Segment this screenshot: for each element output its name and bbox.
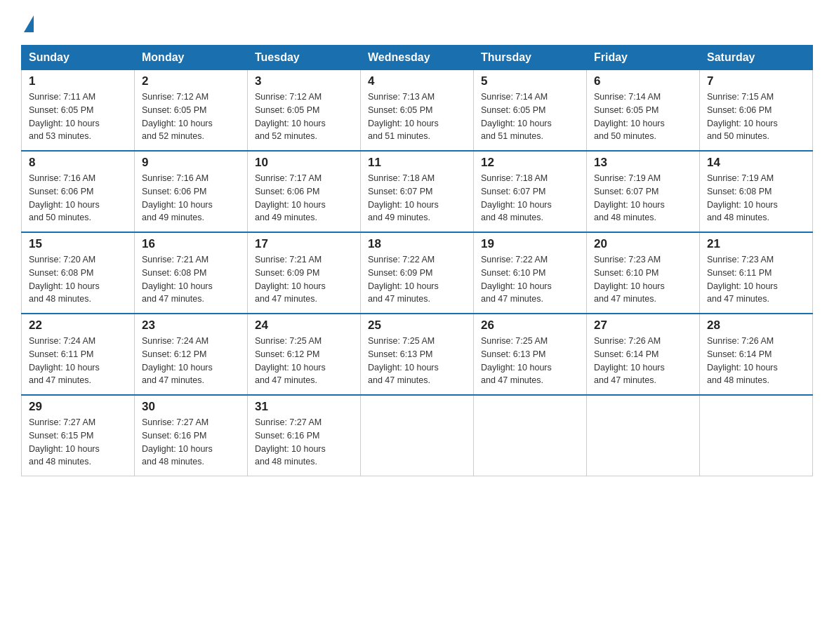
day-info: Sunrise: 7:24 AM Sunset: 6:12 PM Dayligh… xyxy=(142,335,240,387)
day-info: Sunrise: 7:23 AM Sunset: 6:11 PM Dayligh… xyxy=(707,253,805,306)
calendar-cell: 5 Sunrise: 7:14 AM Sunset: 6:05 PM Dayli… xyxy=(474,70,587,152)
day-number: 8 xyxy=(29,156,127,170)
day-number: 9 xyxy=(142,156,240,170)
page-header xyxy=(21,14,813,31)
day-number: 18 xyxy=(368,237,466,251)
day-number: 13 xyxy=(594,156,692,170)
calendar-cell: 22 Sunrise: 7:24 AM Sunset: 6:11 PM Dayl… xyxy=(22,314,135,395)
calendar-cell: 19 Sunrise: 7:22 AM Sunset: 6:10 PM Dayl… xyxy=(474,232,587,314)
calendar-cell: 16 Sunrise: 7:21 AM Sunset: 6:08 PM Dayl… xyxy=(135,232,248,314)
calendar-cell: 25 Sunrise: 7:25 AM Sunset: 6:13 PM Dayl… xyxy=(361,314,474,395)
day-number: 3 xyxy=(255,74,353,88)
calendar-week-row: 22 Sunrise: 7:24 AM Sunset: 6:11 PM Dayl… xyxy=(22,314,813,395)
day-number: 29 xyxy=(29,400,127,414)
day-number: 6 xyxy=(594,74,692,88)
day-number: 12 xyxy=(481,156,579,170)
calendar-cell: 24 Sunrise: 7:25 AM Sunset: 6:12 PM Dayl… xyxy=(248,314,361,395)
day-number: 16 xyxy=(142,237,240,251)
calendar-cell xyxy=(361,395,474,476)
day-info: Sunrise: 7:13 AM Sunset: 6:05 PM Dayligh… xyxy=(368,90,466,143)
calendar-cell: 6 Sunrise: 7:14 AM Sunset: 6:05 PM Dayli… xyxy=(587,70,700,152)
day-info: Sunrise: 7:19 AM Sunset: 6:08 PM Dayligh… xyxy=(707,172,805,224)
day-number: 21 xyxy=(707,237,805,251)
calendar-table: SundayMondayTuesdayWednesdayThursdayFrid… xyxy=(21,45,813,476)
day-info: Sunrise: 7:12 AM Sunset: 6:05 PM Dayligh… xyxy=(142,90,240,143)
calendar-cell: 1 Sunrise: 7:11 AM Sunset: 6:05 PM Dayli… xyxy=(22,70,135,152)
calendar-cell: 3 Sunrise: 7:12 AM Sunset: 6:05 PM Dayli… xyxy=(248,70,361,152)
day-info: Sunrise: 7:27 AM Sunset: 6:16 PM Dayligh… xyxy=(255,416,353,469)
day-number: 5 xyxy=(481,74,579,88)
calendar-cell: 10 Sunrise: 7:17 AM Sunset: 6:06 PM Dayl… xyxy=(248,151,361,232)
day-info: Sunrise: 7:25 AM Sunset: 6:13 PM Dayligh… xyxy=(481,335,579,387)
calendar-cell: 31 Sunrise: 7:27 AM Sunset: 6:16 PM Dayl… xyxy=(248,395,361,476)
day-info: Sunrise: 7:15 AM Sunset: 6:06 PM Dayligh… xyxy=(707,90,805,143)
calendar-cell: 7 Sunrise: 7:15 AM Sunset: 6:06 PM Dayli… xyxy=(700,70,813,152)
day-number: 7 xyxy=(707,74,805,88)
day-info: Sunrise: 7:24 AM Sunset: 6:11 PM Dayligh… xyxy=(29,335,127,387)
calendar-cell: 8 Sunrise: 7:16 AM Sunset: 6:06 PM Dayli… xyxy=(22,151,135,232)
day-info: Sunrise: 7:18 AM Sunset: 6:07 PM Dayligh… xyxy=(368,172,466,224)
day-number: 22 xyxy=(29,318,127,333)
calendar-cell: 27 Sunrise: 7:26 AM Sunset: 6:14 PM Dayl… xyxy=(587,314,700,395)
column-header-sunday: Sunday xyxy=(22,46,135,70)
day-number: 19 xyxy=(481,237,579,251)
day-info: Sunrise: 7:17 AM Sunset: 6:06 PM Dayligh… xyxy=(255,172,353,224)
column-header-saturday: Saturday xyxy=(700,46,813,70)
calendar-cell: 26 Sunrise: 7:25 AM Sunset: 6:13 PM Dayl… xyxy=(474,314,587,395)
day-number: 20 xyxy=(594,237,692,251)
logo-triangle-icon xyxy=(24,15,34,32)
calendar-cell: 12 Sunrise: 7:18 AM Sunset: 6:07 PM Dayl… xyxy=(474,151,587,232)
calendar-cell xyxy=(700,395,813,476)
day-number: 2 xyxy=(142,74,240,88)
day-info: Sunrise: 7:27 AM Sunset: 6:15 PM Dayligh… xyxy=(29,416,127,469)
day-number: 27 xyxy=(594,318,692,333)
calendar-cell xyxy=(474,395,587,476)
column-header-thursday: Thursday xyxy=(474,46,587,70)
calendar-cell: 18 Sunrise: 7:22 AM Sunset: 6:09 PM Dayl… xyxy=(361,232,474,314)
calendar-week-row: 29 Sunrise: 7:27 AM Sunset: 6:15 PM Dayl… xyxy=(22,395,813,476)
column-header-friday: Friday xyxy=(587,46,700,70)
day-info: Sunrise: 7:14 AM Sunset: 6:05 PM Dayligh… xyxy=(594,90,692,143)
day-info: Sunrise: 7:26 AM Sunset: 6:14 PM Dayligh… xyxy=(707,335,805,387)
calendar-cell: 20 Sunrise: 7:23 AM Sunset: 6:10 PM Dayl… xyxy=(587,232,700,314)
day-number: 11 xyxy=(368,156,466,170)
day-info: Sunrise: 7:18 AM Sunset: 6:07 PM Dayligh… xyxy=(481,172,579,224)
day-info: Sunrise: 7:22 AM Sunset: 6:09 PM Dayligh… xyxy=(368,253,466,306)
calendar-cell: 17 Sunrise: 7:21 AM Sunset: 6:09 PM Dayl… xyxy=(248,232,361,314)
calendar-week-row: 8 Sunrise: 7:16 AM Sunset: 6:06 PM Dayli… xyxy=(22,151,813,232)
calendar-cell: 15 Sunrise: 7:20 AM Sunset: 6:08 PM Dayl… xyxy=(22,232,135,314)
calendar-cell: 4 Sunrise: 7:13 AM Sunset: 6:05 PM Dayli… xyxy=(361,70,474,152)
day-info: Sunrise: 7:19 AM Sunset: 6:07 PM Dayligh… xyxy=(594,172,692,224)
day-info: Sunrise: 7:16 AM Sunset: 6:06 PM Dayligh… xyxy=(142,172,240,224)
day-info: Sunrise: 7:14 AM Sunset: 6:05 PM Dayligh… xyxy=(481,90,579,143)
calendar-cell: 30 Sunrise: 7:27 AM Sunset: 6:16 PM Dayl… xyxy=(135,395,248,476)
day-info: Sunrise: 7:25 AM Sunset: 6:12 PM Dayligh… xyxy=(255,335,353,387)
day-info: Sunrise: 7:12 AM Sunset: 6:05 PM Dayligh… xyxy=(255,90,353,143)
calendar-header-row: SundayMondayTuesdayWednesdayThursdayFrid… xyxy=(22,46,813,70)
calendar-cell: 29 Sunrise: 7:27 AM Sunset: 6:15 PM Dayl… xyxy=(22,395,135,476)
day-info: Sunrise: 7:20 AM Sunset: 6:08 PM Dayligh… xyxy=(29,253,127,306)
day-info: Sunrise: 7:16 AM Sunset: 6:06 PM Dayligh… xyxy=(29,172,127,224)
day-number: 31 xyxy=(255,400,353,414)
calendar-cell: 21 Sunrise: 7:23 AM Sunset: 6:11 PM Dayl… xyxy=(700,232,813,314)
day-number: 23 xyxy=(142,318,240,333)
calendar-cell xyxy=(587,395,700,476)
day-info: Sunrise: 7:27 AM Sunset: 6:16 PM Dayligh… xyxy=(142,416,240,469)
day-number: 15 xyxy=(29,237,127,251)
day-number: 26 xyxy=(481,318,579,333)
calendar-cell: 23 Sunrise: 7:24 AM Sunset: 6:12 PM Dayl… xyxy=(135,314,248,395)
calendar-cell: 9 Sunrise: 7:16 AM Sunset: 6:06 PM Dayli… xyxy=(135,151,248,232)
column-header-tuesday: Tuesday xyxy=(248,46,361,70)
day-number: 25 xyxy=(368,318,466,333)
logo xyxy=(21,14,34,31)
day-number: 24 xyxy=(255,318,353,333)
day-number: 1 xyxy=(29,74,127,88)
calendar-week-row: 1 Sunrise: 7:11 AM Sunset: 6:05 PM Dayli… xyxy=(22,70,813,152)
day-info: Sunrise: 7:21 AM Sunset: 6:09 PM Dayligh… xyxy=(255,253,353,306)
calendar-cell: 13 Sunrise: 7:19 AM Sunset: 6:07 PM Dayl… xyxy=(587,151,700,232)
day-info: Sunrise: 7:11 AM Sunset: 6:05 PM Dayligh… xyxy=(29,90,127,143)
calendar-cell: 14 Sunrise: 7:19 AM Sunset: 6:08 PM Dayl… xyxy=(700,151,813,232)
day-info: Sunrise: 7:21 AM Sunset: 6:08 PM Dayligh… xyxy=(142,253,240,306)
day-info: Sunrise: 7:22 AM Sunset: 6:10 PM Dayligh… xyxy=(481,253,579,306)
calendar-cell: 2 Sunrise: 7:12 AM Sunset: 6:05 PM Dayli… xyxy=(135,70,248,152)
